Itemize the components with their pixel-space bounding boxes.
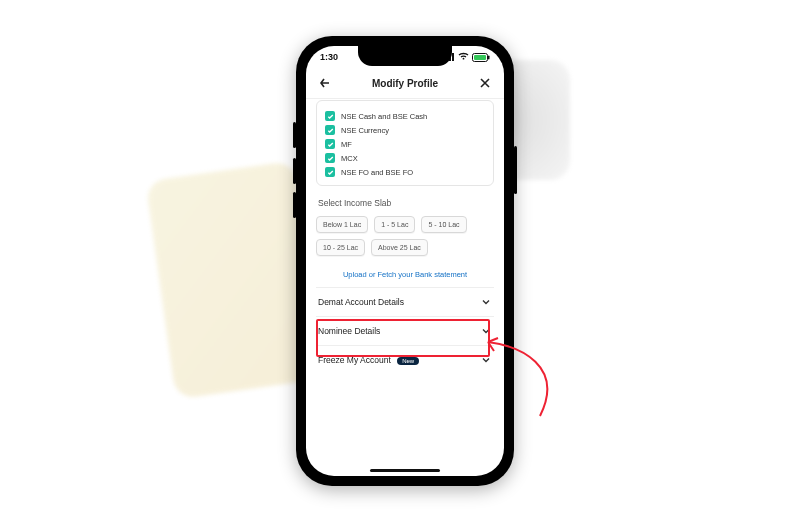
accordion-nominee[interactable]: Nominee Details [316,316,494,345]
bank-statement-link[interactable]: Upload or Fetch your Bank statement [343,270,467,279]
home-indicator[interactable] [370,469,440,472]
page-title: Modify Profile [372,78,438,89]
segment-checkbox[interactable]: NSE Currency [325,125,485,135]
status-time: 1:30 [320,52,338,62]
income-slab-chip[interactable]: Below 1 Lac [316,216,368,233]
accordion-demat[interactable]: Demat Account Details [316,287,494,316]
check-icon [325,111,335,121]
segment-label: MCX [341,154,358,163]
svg-rect-7 [474,55,486,60]
segment-checkbox[interactable]: MF [325,139,485,149]
accordion-label: Demat Account Details [318,297,404,307]
svg-rect-6 [488,55,490,59]
battery-icon [472,53,490,62]
check-icon [325,139,335,149]
income-slab-chip[interactable]: Above 25 Lac [371,239,428,256]
check-icon [325,153,335,163]
svg-point-4 [463,58,465,60]
page-header: Modify Profile [306,68,504,99]
income-slabs: Below 1 Lac 1 - 5 Lac 5 - 10 Lac 10 - 25… [316,216,494,256]
check-icon [325,125,335,135]
chevron-down-icon [480,296,492,308]
accordion-label: Freeze My Account [318,355,391,365]
phone-screen: 1:30 Modify Profile [306,46,504,476]
chevron-down-icon [480,325,492,337]
segment-checkbox[interactable]: NSE FO and BSE FO [325,167,485,177]
segment-label: MF [341,140,352,149]
segment-checkbox[interactable]: NSE Cash and BSE Cash [325,111,485,121]
segment-label: NSE Currency [341,126,389,135]
income-title: Select Income Slab [318,198,494,208]
bank-statement-row: Upload or Fetch your Bank statement [316,270,494,279]
page-body: NSE Cash and BSE Cash NSE Currency MF MC… [306,98,504,470]
chevron-down-icon [480,354,492,366]
income-slab-chip[interactable]: 1 - 5 Lac [374,216,415,233]
segment-label: NSE FO and BSE FO [341,168,413,177]
svg-rect-3 [452,53,454,61]
accordion-label: Nominee Details [318,326,380,336]
accordion-freeze[interactable]: Freeze My Account New [316,345,494,374]
phone-frame: 1:30 Modify Profile [296,36,514,486]
income-slab-chip[interactable]: 5 - 10 Lac [421,216,466,233]
segments-card: NSE Cash and BSE Cash NSE Currency MF MC… [316,100,494,186]
phone-notch [358,46,452,66]
income-slab-chip[interactable]: 10 - 25 Lac [316,239,365,256]
close-button[interactable] [476,74,494,92]
wifi-icon [458,52,469,62]
check-icon [325,167,335,177]
segment-checkbox[interactable]: MCX [325,153,485,163]
back-button[interactable] [316,74,334,92]
segment-label: NSE Cash and BSE Cash [341,112,427,121]
new-badge: New [397,357,419,365]
